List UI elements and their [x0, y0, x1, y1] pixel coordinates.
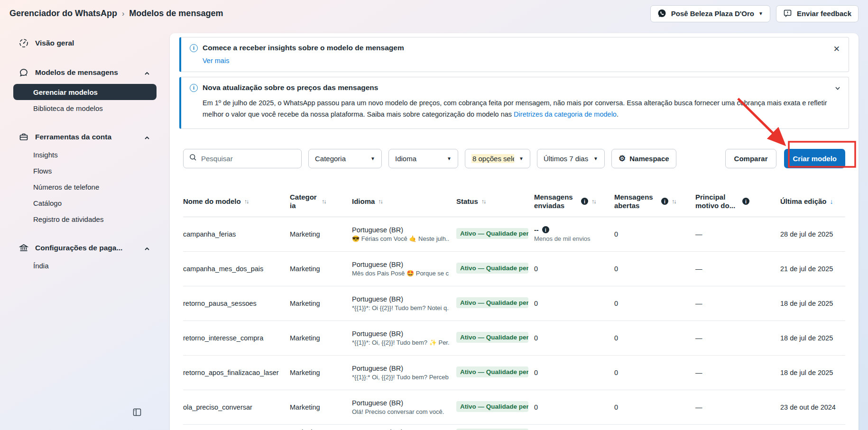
language-filter[interactable]: Idioma ▼ [388, 149, 458, 168]
last-edited: 21 de jul de 2025 [780, 265, 845, 273]
sidebar-item-label: Configurações de paga... [35, 244, 138, 252]
table-row[interactable]: ola_preciso_conversar Marketing Portugue… [183, 390, 845, 425]
template-language: Portuguese (BR) [352, 365, 456, 372]
see-more-link[interactable]: Ver mais [203, 57, 229, 64]
table-header-row: Nome do modelo↑↓ Categoria↑↓ Idioma↑↓ St… [183, 189, 845, 217]
category-filter-label: Categoria [315, 155, 346, 163]
sidebar-item-account-tools[interactable]: Ferramentas da conta [13, 128, 157, 146]
search-input[interactable] [201, 155, 295, 163]
column-header-last-edited[interactable]: Última edição↓ [780, 197, 845, 205]
chevron-up-icon[interactable] [144, 70, 150, 75]
chevron-down-icon[interactable] [834, 85, 841, 93]
table-row[interactable]: campanha_mes_dos_pais Marketing Portugue… [183, 252, 845, 286]
collapse-sidebar-icon[interactable] [133, 408, 142, 417]
breadcrumb: Gerenciador do WhatsApp › Modelos de men… [9, 9, 223, 18]
caret-down-icon: ▼ [447, 156, 452, 161]
chat-bubble-icon [19, 68, 28, 77]
sort-desc-icon[interactable]: ↓ [830, 198, 833, 205]
sidebar-item-message-templates[interactable]: Modelos de mensagens [13, 63, 157, 82]
column-header-opened[interactable]: Mensagens abertasi↑↓ [614, 193, 695, 210]
column-header-reason[interactable]: Principal motivo do...i [695, 193, 780, 210]
block-reason: — [695, 300, 780, 307]
sidebar-item-label: Ferramentas da conta [35, 133, 138, 141]
sort-icon[interactable]: ↑↓ [244, 198, 249, 205]
business-selector[interactable]: Posê Beleza Plaza D'Oro ▼ [650, 5, 770, 22]
table-row[interactable]: retorno_interesse_compra Marketing Portu… [183, 321, 845, 356]
messages-opened: 0 [614, 369, 695, 376]
info-icon[interactable]: i [581, 198, 588, 205]
messages-opened: 0 [614, 265, 695, 273]
sidebar-item-flows[interactable]: Flows [13, 163, 157, 179]
sidebar-item-payment-settings[interactable]: Configurações de paga... [13, 238, 157, 257]
info-icon[interactable]: i [742, 198, 749, 205]
template-name[interactable]: campanha_ferias [183, 230, 290, 238]
feedback-label: Enviar feedback [797, 9, 851, 18]
status-filter-label: 8 opções selec... [471, 154, 514, 163]
table-row[interactable]: retorno_apos_finalizacao_laser Marketing… [183, 356, 845, 390]
pricing-banner-title: Nova atualização sobre os preços das men… [203, 83, 378, 92]
template-category: Marketing [290, 403, 352, 411]
sidebar-item-insights[interactable]: Insights [13, 146, 157, 163]
last-edited: 23 de out de 2024 [780, 403, 845, 411]
sidebar-item-label: Insights [33, 151, 58, 159]
template-preview: *{{1}}:* Oi, {{2}}! Tudo bem? Perceb... [352, 374, 449, 381]
sidebar-item-overview[interactable]: Visão geral [13, 34, 157, 53]
create-template-button[interactable]: Criar modelo [784, 149, 845, 168]
compare-button[interactable]: Comparar [725, 149, 777, 168]
sidebar-item-activity-log[interactable]: Registro de atividades [13, 211, 157, 227]
send-feedback-button[interactable]: Enviar feedback [776, 5, 859, 22]
column-header-status[interactable]: Status↑↓ [456, 197, 534, 205]
messages-sent: 0 [534, 369, 614, 376]
template-language: Portuguese (BR) [352, 399, 456, 407]
sidebar-item-label: Índia [33, 262, 49, 270]
sort-icon[interactable]: ↑↓ [481, 198, 486, 205]
sort-icon[interactable]: ↑↓ [378, 198, 382, 205]
sort-icon[interactable]: ↑↓ [591, 198, 596, 205]
template-name[interactable]: retorno_interesse_compra [183, 334, 290, 342]
status-badge: Ativo — Qualidade pen [456, 297, 528, 308]
search-box[interactable] [183, 149, 302, 168]
date-range-label: Últimos 7 dias [544, 155, 588, 163]
sidebar: Visão geral Modelos de mensagens Gerenci… [0, 27, 170, 430]
sort-icon[interactable]: ↑↓ [322, 198, 326, 205]
sidebar-item-phone-numbers[interactable]: Números de telefone [13, 179, 157, 195]
column-header-category[interactable]: Categoria↑↓ [290, 193, 352, 210]
table-row[interactable]: Marketing Portuguese (BR) Ativo — Qualid… [183, 425, 845, 430]
language-filter-label: Idioma [395, 155, 416, 163]
template-name[interactable]: retorno_pausa_sessoes [183, 300, 290, 307]
status-badge: Ativo — Qualidade pen [456, 228, 528, 239]
sidebar-item-template-library[interactable]: Biblioteca de modelos [13, 100, 157, 116]
sidebar-item-catalog[interactable]: Catálogo [13, 195, 157, 211]
sort-icon[interactable]: ↑↓ [672, 198, 676, 205]
template-name[interactable]: retorno_apos_finalizacao_laser [183, 369, 290, 376]
info-icon[interactable]: i [661, 198, 668, 205]
table-row[interactable]: campanha_ferias Marketing Portuguese (BR… [183, 217, 845, 252]
status-filter[interactable]: 8 opções selec... ▼ [465, 149, 530, 168]
date-range-filter[interactable]: Últimos 7 dias ▼ [537, 149, 605, 168]
feedback-icon [783, 9, 793, 18]
close-icon[interactable]: ✕ [833, 44, 840, 54]
pricing-banner-body: Em 1º de julho de 2025, o WhatsApp passo… [203, 98, 833, 120]
breadcrumb-root[interactable]: Gerenciador do WhatsApp [9, 9, 117, 18]
page-title: Modelos de mensagem [129, 9, 223, 18]
category-guidelines-link[interactable]: Diretrizes da categoria de modelo [514, 110, 617, 118]
sidebar-item-india[interactable]: Índia [13, 257, 157, 274]
namespace-button[interactable]: ⚙ Namespace [611, 149, 676, 168]
template-name[interactable]: campanha_mes_dos_pais [183, 265, 290, 273]
last-edited: 28 de jul de 2025 [780, 230, 845, 238]
sidebar-item-manage-templates[interactable]: Gerenciar modelos [13, 84, 157, 100]
category-filter[interactable]: Categoria ▼ [308, 149, 382, 168]
column-header-language[interactable]: Idioma↑↓ [352, 197, 456, 205]
top-bar: Gerenciador do WhatsApp › Modelos de men… [0, 0, 868, 27]
template-name[interactable]: ola_preciso_conversar [183, 403, 290, 411]
template-preview: *{{1}}*: Oi {{2}}! Tudo bem? Notei q... [352, 304, 449, 311]
column-header-sent[interactable]: Mensagens enviadasi↑↓ [534, 193, 614, 210]
column-header-name[interactable]: Nome do modelo↑↓ [183, 197, 290, 205]
messages-sent: 0 [534, 334, 614, 342]
chevron-up-icon[interactable] [144, 245, 150, 251]
sent-note: Menos de mil envios [534, 235, 614, 242]
chevron-up-icon[interactable] [144, 134, 150, 140]
info-icon[interactable]: i [542, 226, 549, 233]
breadcrumb-separator: › [122, 9, 124, 18]
table-row[interactable]: retorno_pausa_sessoes Marketing Portugue… [183, 286, 845, 321]
